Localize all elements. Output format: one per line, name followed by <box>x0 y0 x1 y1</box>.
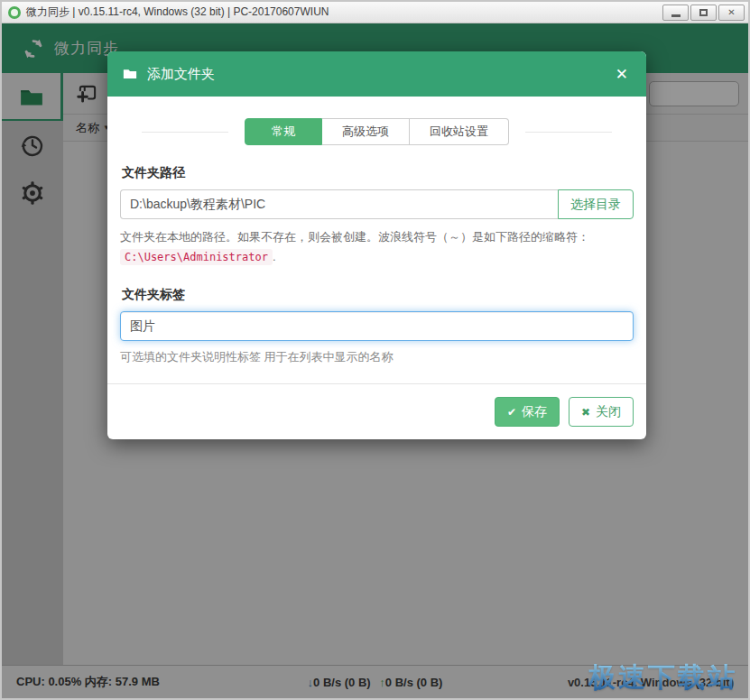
folder-path-help: 文件夹在本地的路径。如果不存在，则会被创建。波浪线符号（～）是如下路径的缩略符：… <box>120 227 634 267</box>
minimize-button[interactable] <box>662 5 689 21</box>
minimize-icon <box>671 14 681 17</box>
folder-path-input[interactable] <box>120 189 558 219</box>
app-window: 微力同步 | v0.15.11-rc4, Windows (32 bit) | … <box>0 0 750 700</box>
save-button[interactable]: ✔保存 <box>495 397 560 427</box>
tab-recycle-bin[interactable]: 回收站设置 <box>410 118 509 145</box>
dialog-body: 常规 高级选项 回收站设置 文件夹路径 选择目录 文件夹在本地的路径。如果不存在… <box>107 97 646 383</box>
dialog-tabs: 常规 高级选项 回收站设置 <box>120 118 634 145</box>
browse-directory-button[interactable]: 选择目录 <box>558 189 634 219</box>
check-icon: ✔ <box>507 406 516 419</box>
folder-label-help: 可选填的文件夹说明性标签 用于在列表中显示的名称 <box>120 349 634 365</box>
x-icon: ✖ <box>581 406 590 419</box>
tab-general[interactable]: 常规 <box>245 118 322 145</box>
close-button-label: 关闭 <box>596 404 621 420</box>
close-icon: ✕ <box>727 8 735 17</box>
app-logo-icon <box>8 6 21 19</box>
window-title: 微力同步 | v0.15.11-rc4, Windows (32 bit) | … <box>26 5 662 20</box>
site-watermark: 极速下载站 <box>588 659 737 696</box>
maximize-button[interactable] <box>690 5 717 21</box>
folder-path-help-text: 文件夹在本地的路径。如果不存在，则会被创建。波浪线符号（～）是如下路径的缩略符： <box>120 230 589 244</box>
tab-divider-left <box>142 132 228 133</box>
save-button-label: 保存 <box>522 404 547 420</box>
dialog-header: 添加文件夹 ✕ <box>107 51 646 97</box>
add-folder-dialog: 添加文件夹 ✕ 常规 高级选项 回收站设置 文件夹路径 选择目录 文件夹在本地的… <box>107 51 646 439</box>
folder-label-input[interactable] <box>120 311 634 341</box>
folder-label-label: 文件夹标签 <box>122 287 632 303</box>
dialog-close-icon[interactable]: ✕ <box>612 65 632 84</box>
close-window-button[interactable]: ✕ <box>718 5 745 21</box>
tab-advanced[interactable]: 高级选项 <box>322 118 410 145</box>
maximize-icon <box>699 9 708 16</box>
tab-divider-right <box>525 132 612 133</box>
dialog-footer: ✔保存 ✖关闭 <box>107 383 646 439</box>
close-dialog-button[interactable]: ✖关闭 <box>569 397 634 427</box>
help-suffix: . <box>273 250 276 263</box>
dialog-title: 添加文件夹 <box>147 66 603 83</box>
folder-icon <box>122 66 138 82</box>
window-titlebar: 微力同步 | v0.15.11-rc4, Windows (32 bit) | … <box>2 2 748 23</box>
home-path-code: C:\Users\Administrator <box>120 249 273 265</box>
folder-path-label: 文件夹路径 <box>122 165 632 181</box>
